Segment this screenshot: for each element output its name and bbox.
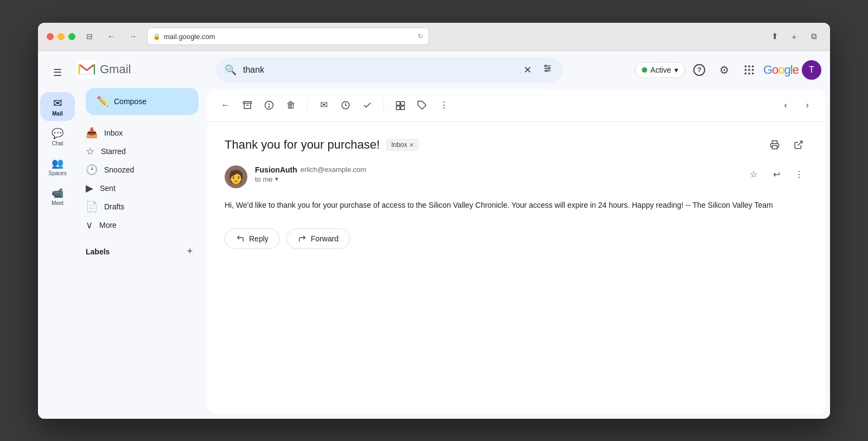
browser-back-button[interactable]: ← [104,29,119,44]
delete-button[interactable]: 🗑 [281,95,301,115]
sidebar-more[interactable]: ∨ More [77,216,199,234]
nav-item-mail[interactable]: ✉ Mail [40,92,75,121]
maximize-traffic-light[interactable] [68,33,75,40]
nav-item-meet[interactable]: 📹 Meet [40,183,75,210]
sidebar: Gmail ✏️ Compose 📥 Inbox ☆ Starred 🕐 Sno… [77,51,207,419]
user-avatar-button[interactable]: T [802,60,821,80]
svg-rect-13 [745,73,746,74]
svg-rect-10 [745,69,746,71]
sidebar-starred[interactable]: ☆ Starred [77,142,199,161]
help-button[interactable]: ? [688,59,710,81]
sidebar-snoozed-label: Snoozed [104,165,134,174]
starred-icon: ☆ [86,145,94,157]
drafts-icon: 📄 [86,201,98,213]
back-to-list-button[interactable]: ← [216,95,235,115]
inbox-badge: Inbox × [386,139,419,151]
sidebar-toggle-button[interactable]: ⊟ [82,29,97,44]
search-input[interactable] [243,65,515,75]
reply-button-meta[interactable]: ↩ [767,165,786,184]
sidebar-sent-label: Sent [100,184,116,193]
sender-avatar: 🧑 [225,165,247,188]
browser-forward-button[interactable]: → [125,29,141,44]
apps-button[interactable] [738,59,760,81]
share-button[interactable]: ⬆ [767,29,782,44]
nav-label-meet: Meet [52,200,63,206]
label-icon [417,100,427,110]
to-me-row[interactable]: to me ▾ [255,175,737,183]
search-bar: 🔍 ✕ [216,57,563,82]
active-dropdown-icon: ▾ [674,66,678,74]
email-subject: Thank you for your purchase! [225,138,380,152]
svg-point-5 [548,68,550,69]
compose-label: Compose [114,97,146,106]
more-actions-button[interactable]: ⋮ [434,95,454,115]
active-status-badge[interactable]: Active ▾ [635,62,685,78]
sidebar-drafts[interactable]: 📄 Drafts [77,197,199,216]
print-button[interactable] [765,135,784,155]
sidebar-sent[interactable]: ▶ Sent [77,179,199,197]
reply-action-button[interactable]: Reply [225,228,280,249]
browser-window: ⊟ ← → 🔒 mail.google.com ↻ ⬆ + ⧉ ☰ ✉ Mail… [38,23,830,419]
url-text: mail.google.com [164,33,215,41]
apps-grid-icon [744,65,755,75]
prev-email-button[interactable]: ‹ [776,95,795,115]
sidebar-snoozed[interactable]: 🕐 Snoozed [77,161,199,179]
subject-actions [765,135,808,155]
email-meta-actions: ☆ ↩ ⋮ [744,165,808,184]
star-button[interactable]: ☆ [744,165,763,184]
inbox-badge-remove[interactable]: × [410,140,414,149]
address-bar: 🔒 mail.google.com ↻ [147,28,429,45]
mark-unread-button[interactable]: ✉ [314,95,334,115]
svg-rect-11 [748,69,750,71]
compose-button[interactable]: ✏️ Compose [86,88,199,115]
search-clear-button[interactable]: ✕ [521,62,534,78]
svg-rect-7 [745,65,746,67]
email-content-area: Thank you for your purchase! Inbox × [207,122,826,414]
open-new-icon [794,140,803,150]
sender-email: erlich@example.com [301,165,367,174]
svg-rect-23 [397,106,400,110]
settings-button[interactable]: ⚙ [713,59,735,81]
sidebar-starred-label: Starred [101,147,126,156]
forward-action-button[interactable]: Forward [286,228,350,249]
tabs-button[interactable]: ⧉ [806,29,821,44]
svg-line-26 [798,141,802,145]
google-logo: Google [763,63,799,77]
next-email-button[interactable]: › [797,95,817,115]
gmail-m-logo [77,60,97,79]
snooze-icon [341,100,350,110]
archive-button[interactable] [238,95,257,115]
hamburger-button[interactable]: ☰ [44,60,71,86]
search-button[interactable]: 🔍 [225,64,237,76]
task-icon [362,100,372,110]
reload-icon[interactable]: ↻ [418,33,423,40]
meet-icon: 📹 [52,187,63,199]
svg-point-6 [546,70,547,72]
task-button[interactable] [358,95,377,115]
search-options-button[interactable] [540,61,554,78]
snooze-button[interactable] [336,95,355,115]
svg-rect-24 [401,106,405,110]
close-traffic-light[interactable] [47,33,54,40]
labels-add-button[interactable]: + [181,243,199,260]
archive-icon [242,100,252,110]
new-tab-button[interactable]: + [787,29,802,44]
label-button[interactable] [412,95,432,115]
active-dot [642,67,647,73]
sidebar-inbox[interactable]: 📥 Inbox [77,124,199,142]
gmail-logo[interactable]: Gmail [77,60,131,79]
open-in-new-button[interactable] [789,135,808,155]
top-bar: Gmail [77,55,207,84]
compose-icon: ✏️ [97,95,108,107]
nav-item-chat[interactable]: 💬 Chat [40,123,75,151]
more-email-button[interactable]: ⋮ [790,165,808,184]
gmail-app: ☰ ✉ Mail 💬 Chat 👥 Spaces 📹 Meet [38,51,830,419]
spam-button[interactable] [259,95,279,115]
svg-point-19 [269,106,270,107]
minimize-traffic-light[interactable] [58,33,65,40]
sender-info: FusionAuth erlich@example.com to me ▾ [255,165,737,183]
move-to-button[interactable] [391,95,410,115]
sidebar-more-label: More [99,221,117,229]
nav-item-spaces[interactable]: 👥 Spaces [40,153,75,181]
inbox-icon: 📥 [86,127,98,139]
